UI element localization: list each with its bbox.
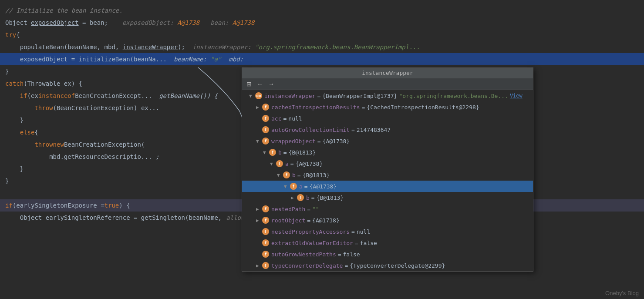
tree-item-b2[interactable]: ▼ f b = {B@1813} [242,169,533,181]
tree-item-b1[interactable]: ▼ f b = {B@1813} [242,147,533,158]
tree-item-a2-selected[interactable]: ▼ f a = {A@1738} [242,181,533,192]
popup-icon-btn[interactable]: ⊞ [245,80,253,88]
tree-item-acc[interactable]: f acc = null [242,113,533,124]
tree-item-wrapped[interactable]: ▼ f wrappedObject = {A@1738} [242,135,533,147]
popup-forward-btn[interactable]: → [266,80,276,88]
comment-1: // Initialize the bean instance. [5,4,123,17]
tree-item-extractold[interactable]: f extractOldValueForEditor = false [242,237,533,249]
code-line-3: try { [0,29,644,41]
tree-item-root[interactable]: ▼ oo instanceWrapper = {BeanWrapperImpl@… [242,90,533,101]
tree-item-cached[interactable]: ▶ f cachedIntrospectionResults = {Cached… [242,101,533,113]
kw-try: try [5,29,16,41]
popup-tree: ▼ oo instanceWrapper = {BeanWrapperImpl@… [242,90,533,271]
popup-toolbar: ⊞ ← → [242,78,533,90]
watermark: Oneby's Blog [605,290,639,296]
instance-wrapper-popup: instanceWrapper ⊞ ← → ▼ oo instanceWrapp… [242,67,533,272]
code-text: Object exposedObject = bean; [5,17,115,29]
tree-item-rootobject[interactable]: ▶ f rootObject = {A@1738} [242,215,533,226]
view-link[interactable]: View [510,93,523,99]
code-line-1: // Initialize the bean instance. [0,4,644,17]
hint-2: exposedObject: A@1738 bean: A@1738 [122,17,254,29]
popup-header: instanceWrapper [242,68,533,78]
popup-back-btn[interactable]: ← [255,80,265,88]
field-icon-oo: oo [255,92,262,99]
tree-item-b3[interactable]: ▶ f b = {B@1813} [242,192,533,203]
popup-title: instanceWrapper [362,70,413,76]
tree-toggle: ▼ [249,93,255,99]
code-line-2: Object exposedObject = bean; exposedObje… [0,17,644,29]
tree-item-nestedproperty[interactable]: f nestedPropertyAccessors = null [242,226,533,237]
code-line-5: exposedObject = initializeBean(beanNa...… [0,53,644,65]
code-line-4: populateBean(beanName, mbd, instanceWrap… [0,41,644,53]
tree-item-typeconverter[interactable]: ▶ f typeConverterDelegate = {TypeConvert… [242,260,533,271]
tree-item-nestedpath[interactable]: ▶ f nestedPath = "" [242,203,533,215]
tree-item-a1[interactable]: ▼ f a = {A@1738} [242,158,533,169]
tree-item-autogrow[interactable]: f autoGrowCollectionLimit = 2147483647 [242,124,533,135]
tree-item-autogrow-nested[interactable]: f autoGrowNestedPaths = false [242,249,533,260]
